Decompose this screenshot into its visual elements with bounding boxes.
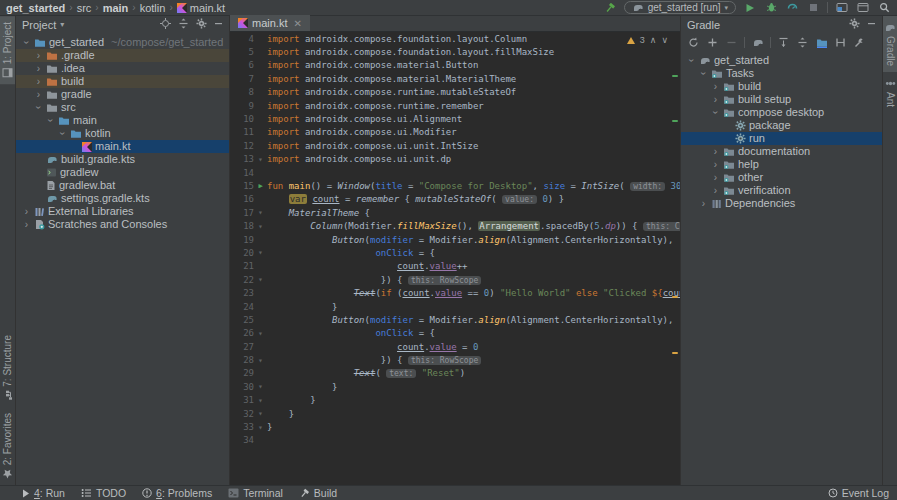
tree-item-build[interactable]: ›build [16, 75, 229, 88]
run-button[interactable] [743, 1, 757, 15]
chevron-expanded-icon[interactable]: › [697, 69, 710, 78]
locate-icon[interactable] [160, 18, 171, 31]
editor[interactable]: main.kt ✕ 4import androidx.compose.found… [230, 16, 680, 485]
fold-icon[interactable]: ▾ [258, 382, 263, 391]
statusbar-4-run[interactable]: 4: Run [22, 487, 65, 499]
fold-icon[interactable]: ▾ [258, 409, 263, 418]
tree-item-other[interactable]: ›other [681, 171, 882, 184]
fold-icon[interactable]: ▾ [258, 275, 263, 284]
tree-item-gradle[interactable]: ›gradle [16, 88, 229, 101]
tree-item-compose-desktop[interactable]: ›compose desktop [681, 106, 882, 119]
breadcrumb-item[interactable]: main.kt [177, 2, 225, 14]
chevron-collapsed-icon[interactable]: › [711, 184, 720, 197]
chevron-expanded-icon[interactable]: › [685, 56, 698, 65]
tree-item-gradlew[interactable]: gradlew [16, 166, 229, 179]
inspections-widget[interactable]: 3 ∧ ∨ [627, 35, 668, 45]
tree-item-scratches-and-consoles[interactable]: ›Scratches and Consoles [16, 218, 229, 231]
tree-item-verification[interactable]: ›verification [681, 184, 882, 197]
collapse-all-icon[interactable] [178, 18, 189, 31]
search-button[interactable] [877, 1, 891, 15]
chevron-collapsed-icon[interactable]: › [711, 145, 720, 158]
layout-button[interactable] [835, 1, 849, 15]
fold-icon[interactable]: ▾ [258, 356, 263, 365]
refresh-button[interactable] [687, 36, 700, 49]
fold-icon[interactable]: ▾ [258, 155, 263, 164]
error-stripe-mark[interactable] [672, 296, 678, 298]
chevron-collapsed-icon[interactable]: › [34, 49, 43, 62]
tool-window-button-7-structure[interactable]: 7: Structure [0, 329, 15, 407]
error-stripe-mark[interactable] [672, 352, 678, 354]
tool-window-button-gradle[interactable]: Gradle [883, 16, 897, 72]
tree-item-kotlin[interactable]: ›kotlin [16, 127, 229, 140]
chevron-collapsed-icon[interactable]: › [711, 158, 720, 171]
gradle-button[interactable] [751, 36, 764, 49]
plus-button[interactable] [706, 36, 719, 49]
tree-item--gradle[interactable]: ›.gradle [16, 49, 229, 62]
statusbar-6-problems[interactable]: 6: Problems [142, 487, 212, 499]
tree-item-main[interactable]: ›main [16, 114, 229, 127]
chevron-collapsed-icon[interactable]: › [34, 88, 43, 101]
chevron-expanded-icon[interactable]: › [32, 103, 45, 112]
breadcrumb-item[interactable]: get_started [6, 2, 65, 14]
fold-icon[interactable]: ▾ [258, 222, 263, 231]
chevron-expanded-icon[interactable]: › [44, 116, 57, 125]
tree-item-get-started[interactable]: ›get_started~/compose/get_started [16, 36, 229, 49]
statusbar-event-log[interactable]: Event Log [828, 487, 889, 499]
group-tasks-button[interactable] [815, 36, 828, 49]
chevron-expanded-icon[interactable]: › [709, 108, 722, 117]
chevron-collapsed-icon[interactable]: › [711, 93, 720, 106]
breadcrumb-item[interactable]: src [77, 2, 92, 14]
tree-item-build-gradle-kts[interactable]: build.gradle.kts [16, 153, 229, 166]
tree-item-external-libraries[interactable]: ›External Libraries [16, 205, 229, 218]
run-gutter-icon[interactable]: ▶ [258, 182, 262, 190]
gear-icon[interactable] [196, 18, 207, 31]
build-hammer-button[interactable] [603, 1, 617, 15]
tree-item-src[interactable]: ›src [16, 101, 229, 114]
tree-item-package[interactable]: package [681, 119, 882, 132]
chevron-collapsed-icon[interactable]: › [22, 218, 31, 231]
minimize-icon[interactable] [214, 19, 223, 30]
chevron-down-icon[interactable]: ▾ [60, 20, 64, 29]
fold-icon[interactable]: ▾ [258, 248, 263, 257]
chevron-expanded-icon[interactable]: › [20, 38, 33, 47]
tree-item-help[interactable]: ›help [681, 158, 882, 171]
tree-item-build-setup[interactable]: ›build setup [681, 93, 882, 106]
breadcrumb-item[interactable]: kotlin [140, 2, 166, 14]
minimize-icon[interactable] [867, 19, 876, 30]
tree-item-run[interactable]: run [681, 132, 882, 145]
tab-main-kt[interactable]: main.kt ✕ [230, 15, 310, 31]
tree-item-main-kt[interactable]: main.kt [16, 140, 229, 153]
chevron-collapsed-icon[interactable]: › [711, 80, 720, 93]
expand-all-button[interactable] [777, 36, 790, 49]
tree-item-settings-gradle-kts[interactable]: settings.gradle.kts [16, 192, 229, 205]
chevron-collapsed-icon[interactable]: › [34, 62, 43, 75]
tool-window-button-ant[interactable]: Ant [883, 72, 897, 113]
fold-icon[interactable]: ▾ [258, 396, 263, 405]
chevron-collapsed-icon[interactable]: › [22, 205, 31, 218]
tree-item-build[interactable]: ›build [681, 80, 882, 93]
close-icon[interactable]: ✕ [293, 18, 301, 29]
tree-item-get-started[interactable]: ›get_started [681, 54, 882, 67]
stop-button[interactable] [806, 1, 820, 15]
breadcrumb-item[interactable]: main [103, 2, 129, 14]
chevron-collapsed-icon[interactable]: › [34, 75, 43, 88]
fold-icon[interactable]: ▾ [258, 423, 263, 432]
wrench-button[interactable] [853, 36, 866, 49]
code-editor[interactable]: 4import androidx.compose.foundation.layo… [230, 32, 680, 485]
profiler-button[interactable] [785, 1, 799, 15]
next-warning-icon[interactable]: ∨ [661, 35, 668, 45]
minus-button[interactable] [725, 36, 738, 49]
debug-button[interactable] [764, 1, 778, 15]
tree-item-documentation[interactable]: ›documentation [681, 145, 882, 158]
chevron-collapsed-icon[interactable]: › [699, 197, 708, 210]
tool-window-button-2-favorites[interactable]: 2: Favorites [0, 407, 15, 485]
run-config-select[interactable]: get_started [run]▾ [624, 1, 736, 14]
tree-item-dependencies[interactable]: ›Dependencies [681, 197, 882, 210]
prev-warning-icon[interactable]: ∧ [650, 35, 657, 45]
chevron-collapsed-icon[interactable]: › [711, 171, 720, 184]
statusbar-todo[interactable]: TODO [81, 487, 126, 499]
fold-icon[interactable]: ▾ [258, 329, 263, 338]
error-stripe-mark[interactable] [672, 75, 678, 77]
window-button[interactable] [856, 1, 870, 15]
gear-icon[interactable] [849, 18, 860, 31]
